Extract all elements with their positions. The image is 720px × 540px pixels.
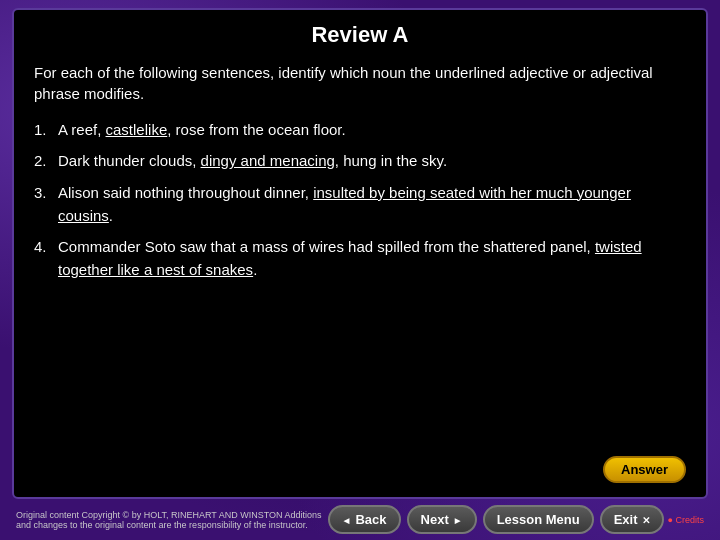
q2-text: Dark thunder clouds, dingy and menacing,… <box>58 149 686 172</box>
q1-number: 1. <box>34 118 58 141</box>
next-button[interactable]: Next <box>407 505 477 534</box>
copyright-text: Original content Copyright © by HOLT, RI… <box>16 510 328 530</box>
instructions-text: For each of the following sentences, ide… <box>34 62 686 104</box>
next-label: Next <box>421 512 449 527</box>
nav-buttons: Back Next Lesson Menu Exit <box>328 505 664 534</box>
answer-button[interactable]: Answer <box>603 456 686 483</box>
exit-button[interactable]: Exit <box>600 505 664 534</box>
question-4: 4. Commander Soto saw that a mass of wir… <box>34 235 686 282</box>
credits-link[interactable]: ● Credits <box>668 515 704 525</box>
question-1: 1. A reef, castlelike, rose from the oce… <box>34 118 686 141</box>
q4-number: 4. <box>34 235 58 258</box>
question-3: 3. Alison said nothing throughout dinner… <box>34 181 686 228</box>
bottom-bar: Original content Copyright © by HOLT, RI… <box>12 505 708 536</box>
q3-number: 3. <box>34 181 58 204</box>
back-label: Back <box>355 512 386 527</box>
lesson-menu-button[interactable]: Lesson Menu <box>483 505 594 534</box>
exit-x-icon <box>642 512 650 527</box>
content-box: Review A For each of the following sente… <box>12 8 708 499</box>
q1-text: A reef, castlelike, rose from the ocean … <box>58 118 686 141</box>
page-title: Review A <box>34 22 686 48</box>
back-button[interactable]: Back <box>328 505 401 534</box>
questions-list: 1. A reef, castlelike, rose from the oce… <box>34 118 686 282</box>
q3-text: Alison said nothing throughout dinner, i… <box>58 181 686 228</box>
next-arrow-icon <box>453 512 463 527</box>
exit-label: Exit <box>614 512 638 527</box>
back-arrow-icon <box>342 512 352 527</box>
copyright-bar: Original content Copyright © by HOLT, RI… <box>16 505 704 534</box>
q2-number: 2. <box>34 149 58 172</box>
lesson-label: Lesson Menu <box>497 512 580 527</box>
q4-text: Commander Soto saw that a mass of wires … <box>58 235 686 282</box>
question-2: 2. Dark thunder clouds, dingy and menaci… <box>34 149 686 172</box>
